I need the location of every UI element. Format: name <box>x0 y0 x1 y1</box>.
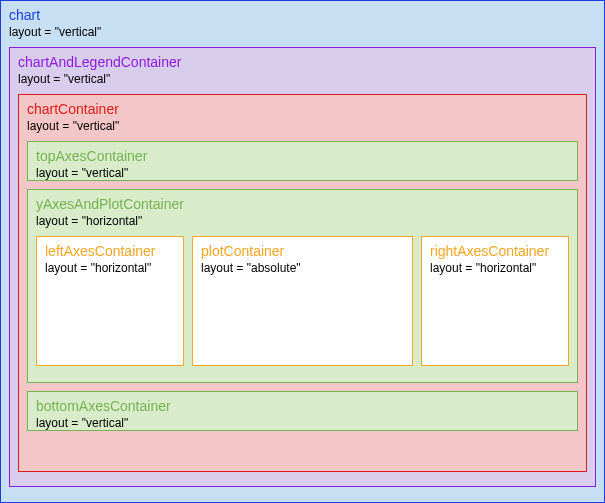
right-axes-title: rightAxesContainer <box>430 243 560 259</box>
chart-container-layout-label: layout = "vertical" <box>27 119 578 133</box>
y-axes-and-plot-layout-label: layout = "horizontal" <box>36 214 569 228</box>
bottom-axes-title: bottomAxesContainer <box>36 398 569 414</box>
chart-and-legend-title: chartAndLegendContainer <box>18 54 587 70</box>
bottom-axes-container: bottomAxesContainer layout = "vertical" <box>27 391 578 431</box>
chart-container: chart layout = "vertical" chartAndLegend… <box>0 0 605 503</box>
right-axes-container: rightAxesContainer layout = "horizontal" <box>421 236 569 366</box>
chart-container-inner: chartContainer layout = "vertical" topAx… <box>18 94 587 472</box>
y-axes-and-plot-title: yAxesAndPlotContainer <box>36 196 569 212</box>
top-axes-layout-label: layout = "vertical" <box>36 166 569 180</box>
y-axes-and-plot-container: yAxesAndPlotContainer layout = "horizont… <box>27 189 578 383</box>
chart-and-legend-layout-label: layout = "vertical" <box>18 72 587 86</box>
chart-and-legend-container: chartAndLegendContainer layout = "vertic… <box>9 47 596 487</box>
chart-title: chart <box>9 7 596 23</box>
plot-container: plotContainer layout = "absolute" <box>192 236 413 366</box>
chart-layout-label: layout = "vertical" <box>9 25 596 39</box>
plot-title: plotContainer <box>201 243 404 259</box>
right-axes-layout-label: layout = "horizontal" <box>430 261 560 275</box>
left-axes-title: leftAxesContainer <box>45 243 175 259</box>
bottom-axes-layout-label: layout = "vertical" <box>36 416 569 430</box>
plot-layout-label: layout = "absolute" <box>201 261 404 275</box>
top-axes-title: topAxesContainer <box>36 148 569 164</box>
horizontal-row: leftAxesContainer layout = "horizontal" … <box>36 236 569 366</box>
chart-container-title: chartContainer <box>27 101 578 117</box>
left-axes-layout-label: layout = "horizontal" <box>45 261 175 275</box>
top-axes-container: topAxesContainer layout = "vertical" <box>27 141 578 181</box>
left-axes-container: leftAxesContainer layout = "horizontal" <box>36 236 184 366</box>
